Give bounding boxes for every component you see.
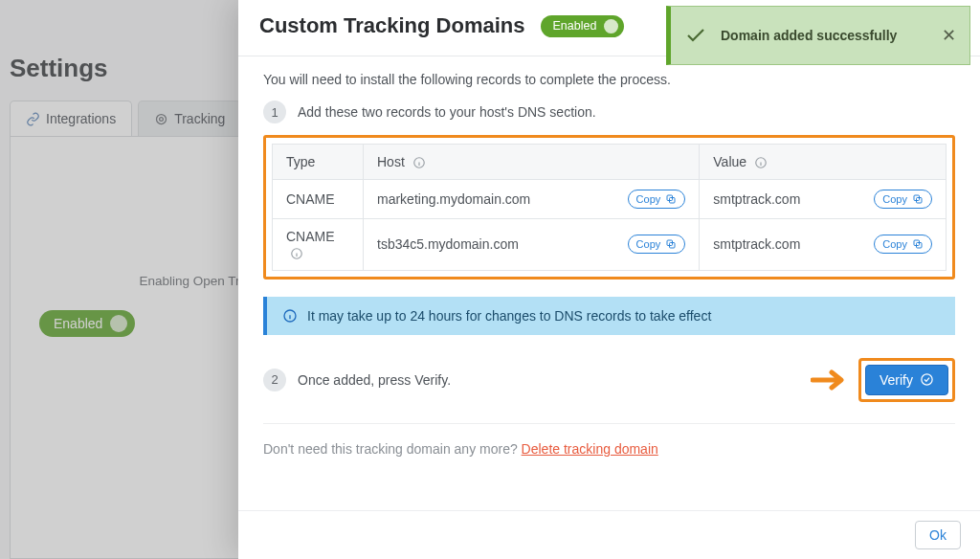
step-text: Add these two records to your host's DNS… xyxy=(298,104,596,120)
info-icon[interactable] xyxy=(290,247,303,260)
info-icon[interactable] xyxy=(754,156,768,169)
banner-text: It may take up to 24 hours for changes t… xyxy=(307,308,711,324)
domain-enabled-toggle[interactable]: Enabled xyxy=(541,15,625,37)
modal-footer: Ok xyxy=(238,510,980,559)
step-number: 2 xyxy=(263,369,286,391)
svg-point-15 xyxy=(922,374,932,385)
verify-button[interactable]: Verify xyxy=(865,365,948,395)
copy-button[interactable]: Copy xyxy=(628,235,686,254)
ok-button[interactable]: Ok xyxy=(915,521,961,549)
col-value: Value xyxy=(700,145,947,180)
modal-body: You will need to install the following r… xyxy=(238,56,980,510)
toast-close-button[interactable]: ✕ xyxy=(942,25,956,46)
custom-tracking-domains-modal: Custom Tracking Domains Enabled Domain a… xyxy=(238,0,980,559)
step-number: 1 xyxy=(263,101,286,123)
info-icon xyxy=(282,308,298,324)
toggle-knob xyxy=(604,19,618,34)
delete-row: Don't need this tracking domain any more… xyxy=(263,441,955,457)
delete-question: Don't need this tracking domain any more… xyxy=(263,441,522,457)
table-row: CNAME marketing.mydomain.com Copy xyxy=(273,180,947,219)
step-1: 1 Add these two records to your host's D… xyxy=(263,101,955,123)
intro-text: You will need to install the following r… xyxy=(263,72,955,87)
info-icon[interactable] xyxy=(412,156,426,169)
cell-value: smtptrack.com Copy xyxy=(700,180,947,219)
dns-delay-banner: It may take up to 24 hours for changes t… xyxy=(263,297,955,335)
success-toast: Domain added successfully ✕ xyxy=(666,6,970,65)
toast-text: Domain added successfully xyxy=(721,28,897,43)
cell-type: CNAME xyxy=(273,219,364,270)
table-row: CNAME tsb34c5.mydomain.com Copy xyxy=(273,219,947,270)
step-text: Once added, press Verify. xyxy=(298,372,451,388)
modal-title: Custom Tracking Domains xyxy=(259,13,525,38)
col-host: Host xyxy=(364,145,700,180)
copy-button[interactable]: Copy xyxy=(874,235,932,254)
verify-highlight: Verify xyxy=(858,358,955,402)
dns-records-table: Type Host Value xyxy=(272,144,947,271)
check-icon xyxy=(684,24,707,47)
divider xyxy=(263,423,955,424)
cell-host: marketing.mydomain.com Copy xyxy=(364,180,700,219)
col-type: Type xyxy=(273,145,364,180)
cell-type: CNAME xyxy=(273,180,364,219)
copy-button[interactable]: Copy xyxy=(628,190,686,209)
toggle-label: Enabled xyxy=(553,19,597,33)
cell-value: smtptrack.com Copy xyxy=(700,219,947,270)
arrow-right-icon xyxy=(811,369,849,391)
cell-host: tsb34c5.mydomain.com Copy xyxy=(364,219,700,270)
copy-button[interactable]: Copy xyxy=(874,190,932,209)
delete-domain-link[interactable]: Delete tracking domain xyxy=(522,441,658,457)
dns-table-highlight: Type Host Value xyxy=(263,135,955,280)
step-2: 2 Once added, press Verify. Verify xyxy=(263,358,955,402)
modal-header: Custom Tracking Domains Enabled Domain a… xyxy=(238,0,980,56)
